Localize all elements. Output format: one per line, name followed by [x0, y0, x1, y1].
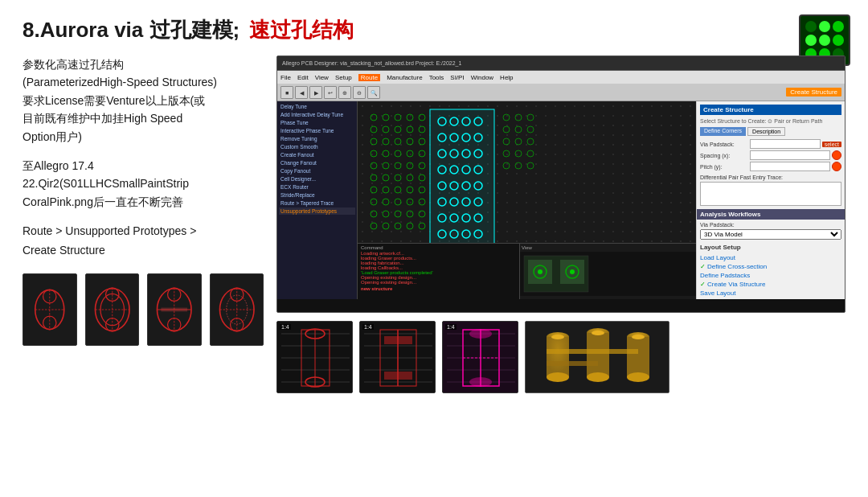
menu-setup[interactable]: Setup — [335, 74, 352, 81]
toolbar-btn-2[interactable]: ◀ — [295, 86, 308, 99]
svg-rect-19 — [161, 307, 187, 311]
description-para1: 参数化高速过孔结构(ParameterizedHigh-Speed Struct… — [23, 55, 264, 146]
input-pitch[interactable] — [750, 162, 830, 171]
svg-point-52 — [371, 175, 377, 181]
tab-description[interactable]: Description — [747, 127, 785, 136]
svg-point-36 — [419, 126, 425, 133]
sidebar-remove-tuning[interactable]: Remove Tuning — [279, 135, 355, 142]
create-via-structure-btn[interactable]: ✓Create Via Structure — [700, 280, 841, 289]
sidebar-create-fanout[interactable]: Create Fanout — [279, 151, 355, 158]
menu-window[interactable]: Window — [471, 74, 493, 81]
sidebar-phase-tune[interactable]: Phase Tune — [279, 119, 355, 126]
title-part2: 速过孔结构 — [249, 16, 354, 44]
svg-point-124 — [515, 162, 522, 169]
bottom-images-left — [23, 273, 264, 346]
svg-point-119 — [527, 138, 534, 145]
labeled-via-3: 1:4 — [442, 321, 518, 393]
input-spacing[interactable] — [750, 150, 830, 160]
logo-dot — [833, 21, 844, 32]
page-container: 8.Aurora via 过孔建模; 速过孔结构 参数化高速过孔结构(Param… — [0, 0, 868, 497]
svg-point-181 — [632, 335, 645, 339]
svg-point-111 — [503, 114, 510, 121]
via-label-2: 1:4 — [362, 324, 374, 330]
svg-point-54 — [395, 175, 401, 181]
svg-point-120 — [503, 150, 510, 157]
left-panel: 参数化高速过孔结构(ParameterizedHigh-Speed Struct… — [23, 55, 264, 393]
label-via-model: Via Padstack: — [700, 222, 748, 228]
toolbar-btn-4[interactable]: ↩ — [324, 86, 337, 99]
define-padstacks-btn[interactable]: Define Padstacks — [700, 271, 841, 280]
input-via-padstack[interactable] — [750, 139, 821, 149]
logo-dot — [805, 21, 817, 32]
svg-point-60 — [407, 187, 413, 193]
svg-point-61 — [419, 187, 425, 193]
sidebar-stride[interactable]: Stride/Replace — [279, 191, 355, 199]
svg-point-27 — [371, 114, 377, 121]
form-row-pitch: Pitch (y): — [700, 162, 841, 171]
via-thumb-2 — [85, 273, 140, 346]
via-label-1: 1:4 — [280, 324, 291, 330]
menu-route[interactable]: Route — [358, 74, 380, 81]
sidebar-ipt[interactable]: Interactive Phase Tune — [279, 127, 355, 134]
center-panel: Allegro PCB Designer: via_stacking_not_a… — [276, 55, 845, 393]
svg-point-73 — [383, 223, 389, 229]
sidebar-unsupported[interactable]: Unsupported Prototypes — [279, 207, 355, 215]
toolbar-btn-1[interactable]: ■ — [280, 86, 293, 99]
form-row-spacing: Spacing (x): — [700, 150, 841, 160]
logo-dot — [819, 35, 830, 46]
menu-manufacture[interactable]: Manufacture — [387, 74, 422, 81]
view-3d-geometry-btn[interactable]: View 3D Geometry — [700, 298, 841, 299]
pcb-left-sidebar: Delay Tune Add Interactive Delay Tune Ph… — [277, 101, 358, 299]
sidebar-cell-designer[interactable]: Cell Designer... — [279, 175, 355, 183]
sidebar-copy-fanout[interactable]: Copy Fanout — [279, 167, 355, 175]
menu-edit[interactable]: Edit — [297, 74, 309, 81]
diff-pair-input[interactable] — [700, 182, 841, 206]
create-structure-btn[interactable]: Create Structure — [786, 88, 841, 97]
toolbar-btn-3[interactable]: ▶ — [309, 86, 322, 99]
menu-sipi[interactable]: SI/PI — [450, 74, 464, 81]
sidebar-interactive[interactable]: Add Interactive Delay Tune — [279, 111, 355, 118]
sidebar-delay-tune[interactable]: Delay Tune — [279, 103, 355, 110]
logo-dot — [805, 35, 817, 46]
sidebar-change-fanout[interactable]: Change Fanout — [279, 159, 355, 166]
define-cross-section-btn[interactable]: ✓Define Cross-section — [700, 262, 841, 271]
svg-point-74 — [395, 223, 401, 229]
diff-pair-label: Differential Pair Fast Entry Trace: — [700, 175, 841, 180]
svg-point-55 — [407, 175, 413, 181]
menu-file[interactable]: File — [280, 74, 291, 81]
svg-point-34 — [395, 126, 401, 133]
sidebar-tapered-trace[interactable]: Route > Tapered Trace — [279, 199, 355, 207]
labeled-via-svg-2 — [360, 322, 436, 393]
svg-point-113 — [527, 114, 534, 121]
toolbar-btn-6[interactable]: ⊖ — [353, 86, 366, 99]
pcb-titlebar: Allegro PCB Designer: via_stacking_not_a… — [277, 56, 845, 71]
toolbar-btn-7[interactable]: 🔍 — [367, 86, 380, 99]
select-btn[interactable]: select — [822, 142, 841, 147]
tab-define-corners[interactable]: Define Corners — [700, 127, 746, 136]
svg-rect-177 — [598, 349, 638, 354]
svg-point-32 — [371, 126, 377, 133]
select-structure-label: Select Structure to Create: ⊙ Pair or Re… — [700, 118, 841, 125]
sidebar-ecx-router[interactable]: ECX Router — [279, 183, 355, 191]
labeled-via-1: 1:4 — [276, 321, 353, 393]
menu-help[interactable]: Help — [500, 74, 513, 81]
pcb-right-panel: Create Structure Select Structure to Cre… — [696, 101, 845, 299]
svg-rect-176 — [547, 349, 598, 354]
sidebar-custom-smooth[interactable]: Custom Smooth — [279, 143, 355, 150]
svg-point-133 — [570, 269, 575, 274]
svg-point-43 — [383, 150, 389, 157]
pcb-title-text: Allegro PCB Designer: via_stacking_not_a… — [282, 60, 461, 66]
menu-tools[interactable]: Tools — [429, 74, 444, 81]
svg-point-63 — [383, 199, 389, 205]
pcb-view-panel: View — [519, 243, 696, 299]
menu-view[interactable]: View — [315, 74, 329, 81]
load-layout-btn[interactable]: Load Layout — [700, 253, 841, 262]
svg-point-38 — [383, 138, 389, 145]
svg-point-71 — [419, 211, 425, 217]
save-layout-btn[interactable]: Save Layout — [700, 289, 841, 298]
via-thumb-4 — [210, 273, 264, 346]
model-type-select[interactable]: 3D Via Model — [700, 229, 841, 240]
toolbar-btn-5[interactable]: ⊕ — [338, 86, 351, 99]
via-svg-3 — [148, 274, 201, 345]
via-model-label: Via Padstack: — [700, 222, 841, 228]
